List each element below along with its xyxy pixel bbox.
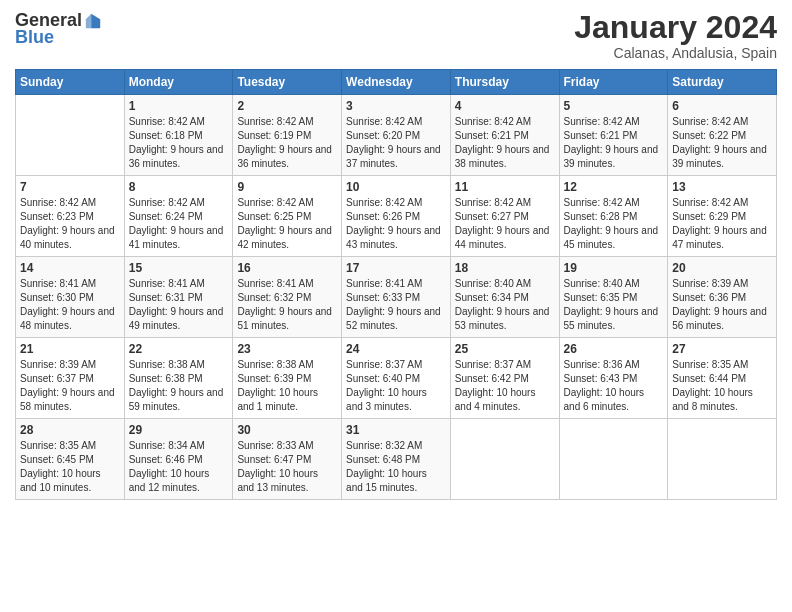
calendar-cell: 21Sunrise: 8:39 AMSunset: 6:37 PMDayligh… [16, 338, 125, 419]
day-number: 31 [346, 423, 446, 437]
day-number: 23 [237, 342, 337, 356]
day-info: Sunrise: 8:42 AMSunset: 6:26 PMDaylight:… [346, 196, 446, 252]
day-number: 3 [346, 99, 446, 113]
weekday-header: Saturday [668, 70, 777, 95]
day-info: Sunrise: 8:37 AMSunset: 6:42 PMDaylight:… [455, 358, 555, 414]
day-info: Sunrise: 8:35 AMSunset: 6:44 PMDaylight:… [672, 358, 772, 414]
calendar-cell: 19Sunrise: 8:40 AMSunset: 6:35 PMDayligh… [559, 257, 668, 338]
day-info: Sunrise: 8:39 AMSunset: 6:37 PMDaylight:… [20, 358, 120, 414]
day-info: Sunrise: 8:41 AMSunset: 6:32 PMDaylight:… [237, 277, 337, 333]
weekday-header: Wednesday [342, 70, 451, 95]
day-info: Sunrise: 8:41 AMSunset: 6:33 PMDaylight:… [346, 277, 446, 333]
day-number: 16 [237, 261, 337, 275]
day-number: 5 [564, 99, 664, 113]
calendar-cell: 22Sunrise: 8:38 AMSunset: 6:38 PMDayligh… [124, 338, 233, 419]
day-info: Sunrise: 8:39 AMSunset: 6:36 PMDaylight:… [672, 277, 772, 333]
day-info: Sunrise: 8:42 AMSunset: 6:21 PMDaylight:… [455, 115, 555, 171]
calendar-week-row: 7Sunrise: 8:42 AMSunset: 6:23 PMDaylight… [16, 176, 777, 257]
day-number: 1 [129, 99, 229, 113]
calendar-cell: 5Sunrise: 8:42 AMSunset: 6:21 PMDaylight… [559, 95, 668, 176]
day-number: 14 [20, 261, 120, 275]
calendar-cell: 14Sunrise: 8:41 AMSunset: 6:30 PMDayligh… [16, 257, 125, 338]
page-header: General Blue January 2024 Calanas, Andal… [15, 10, 777, 61]
day-number: 10 [346, 180, 446, 194]
logo: General Blue [15, 10, 102, 48]
day-info: Sunrise: 8:36 AMSunset: 6:43 PMDaylight:… [564, 358, 664, 414]
day-number: 13 [672, 180, 772, 194]
weekday-header: Thursday [450, 70, 559, 95]
day-number: 2 [237, 99, 337, 113]
day-info: Sunrise: 8:42 AMSunset: 6:20 PMDaylight:… [346, 115, 446, 171]
weekday-header: Friday [559, 70, 668, 95]
calendar-cell [668, 419, 777, 500]
day-number: 28 [20, 423, 120, 437]
day-info: Sunrise: 8:37 AMSunset: 6:40 PMDaylight:… [346, 358, 446, 414]
day-number: 20 [672, 261, 772, 275]
logo-blue: Blue [15, 27, 54, 48]
day-number: 21 [20, 342, 120, 356]
day-info: Sunrise: 8:42 AMSunset: 6:23 PMDaylight:… [20, 196, 120, 252]
day-info: Sunrise: 8:42 AMSunset: 6:29 PMDaylight:… [672, 196, 772, 252]
weekday-header-row: SundayMondayTuesdayWednesdayThursdayFrid… [16, 70, 777, 95]
day-number: 25 [455, 342, 555, 356]
day-info: Sunrise: 8:32 AMSunset: 6:48 PMDaylight:… [346, 439, 446, 495]
calendar-cell: 1Sunrise: 8:42 AMSunset: 6:18 PMDaylight… [124, 95, 233, 176]
calendar-cell: 29Sunrise: 8:34 AMSunset: 6:46 PMDayligh… [124, 419, 233, 500]
day-number: 7 [20, 180, 120, 194]
day-info: Sunrise: 8:38 AMSunset: 6:38 PMDaylight:… [129, 358, 229, 414]
weekday-header: Monday [124, 70, 233, 95]
day-info: Sunrise: 8:40 AMSunset: 6:35 PMDaylight:… [564, 277, 664, 333]
day-info: Sunrise: 8:41 AMSunset: 6:31 PMDaylight:… [129, 277, 229, 333]
day-info: Sunrise: 8:42 AMSunset: 6:28 PMDaylight:… [564, 196, 664, 252]
calendar-cell [450, 419, 559, 500]
day-info: Sunrise: 8:42 AMSunset: 6:18 PMDaylight:… [129, 115, 229, 171]
day-info: Sunrise: 8:38 AMSunset: 6:39 PMDaylight:… [237, 358, 337, 414]
calendar-cell: 17Sunrise: 8:41 AMSunset: 6:33 PMDayligh… [342, 257, 451, 338]
calendar-week-row: 21Sunrise: 8:39 AMSunset: 6:37 PMDayligh… [16, 338, 777, 419]
calendar-cell: 26Sunrise: 8:36 AMSunset: 6:43 PMDayligh… [559, 338, 668, 419]
day-number: 26 [564, 342, 664, 356]
day-number: 8 [129, 180, 229, 194]
calendar-cell: 23Sunrise: 8:38 AMSunset: 6:39 PMDayligh… [233, 338, 342, 419]
calendar-week-row: 28Sunrise: 8:35 AMSunset: 6:45 PMDayligh… [16, 419, 777, 500]
calendar-cell: 10Sunrise: 8:42 AMSunset: 6:26 PMDayligh… [342, 176, 451, 257]
logo-icon [84, 12, 102, 30]
day-info: Sunrise: 8:42 AMSunset: 6:25 PMDaylight:… [237, 196, 337, 252]
day-info: Sunrise: 8:33 AMSunset: 6:47 PMDaylight:… [237, 439, 337, 495]
day-info: Sunrise: 8:42 AMSunset: 6:22 PMDaylight:… [672, 115, 772, 171]
calendar-cell: 16Sunrise: 8:41 AMSunset: 6:32 PMDayligh… [233, 257, 342, 338]
month-title: January 2024 [574, 10, 777, 45]
day-info: Sunrise: 8:35 AMSunset: 6:45 PMDaylight:… [20, 439, 120, 495]
title-section: January 2024 Calanas, Andalusia, Spain [574, 10, 777, 61]
day-info: Sunrise: 8:40 AMSunset: 6:34 PMDaylight:… [455, 277, 555, 333]
day-info: Sunrise: 8:42 AMSunset: 6:21 PMDaylight:… [564, 115, 664, 171]
calendar-cell: 30Sunrise: 8:33 AMSunset: 6:47 PMDayligh… [233, 419, 342, 500]
day-number: 29 [129, 423, 229, 437]
day-info: Sunrise: 8:34 AMSunset: 6:46 PMDaylight:… [129, 439, 229, 495]
day-number: 24 [346, 342, 446, 356]
svg-marker-1 [86, 13, 91, 27]
calendar-cell: 12Sunrise: 8:42 AMSunset: 6:28 PMDayligh… [559, 176, 668, 257]
calendar-cell: 15Sunrise: 8:41 AMSunset: 6:31 PMDayligh… [124, 257, 233, 338]
calendar-cell: 6Sunrise: 8:42 AMSunset: 6:22 PMDaylight… [668, 95, 777, 176]
day-number: 15 [129, 261, 229, 275]
day-info: Sunrise: 8:42 AMSunset: 6:19 PMDaylight:… [237, 115, 337, 171]
day-info: Sunrise: 8:42 AMSunset: 6:24 PMDaylight:… [129, 196, 229, 252]
day-number: 4 [455, 99, 555, 113]
calendar-table: SundayMondayTuesdayWednesdayThursdayFrid… [15, 69, 777, 500]
calendar-week-row: 1Sunrise: 8:42 AMSunset: 6:18 PMDaylight… [16, 95, 777, 176]
day-number: 11 [455, 180, 555, 194]
svg-marker-0 [91, 13, 100, 27]
calendar-cell: 27Sunrise: 8:35 AMSunset: 6:44 PMDayligh… [668, 338, 777, 419]
calendar-week-row: 14Sunrise: 8:41 AMSunset: 6:30 PMDayligh… [16, 257, 777, 338]
day-number: 19 [564, 261, 664, 275]
calendar-cell: 7Sunrise: 8:42 AMSunset: 6:23 PMDaylight… [16, 176, 125, 257]
calendar-cell [16, 95, 125, 176]
calendar-cell: 13Sunrise: 8:42 AMSunset: 6:29 PMDayligh… [668, 176, 777, 257]
calendar-cell: 31Sunrise: 8:32 AMSunset: 6:48 PMDayligh… [342, 419, 451, 500]
day-number: 27 [672, 342, 772, 356]
calendar-cell: 3Sunrise: 8:42 AMSunset: 6:20 PMDaylight… [342, 95, 451, 176]
calendar-cell: 18Sunrise: 8:40 AMSunset: 6:34 PMDayligh… [450, 257, 559, 338]
calendar-cell: 25Sunrise: 8:37 AMSunset: 6:42 PMDayligh… [450, 338, 559, 419]
day-number: 9 [237, 180, 337, 194]
